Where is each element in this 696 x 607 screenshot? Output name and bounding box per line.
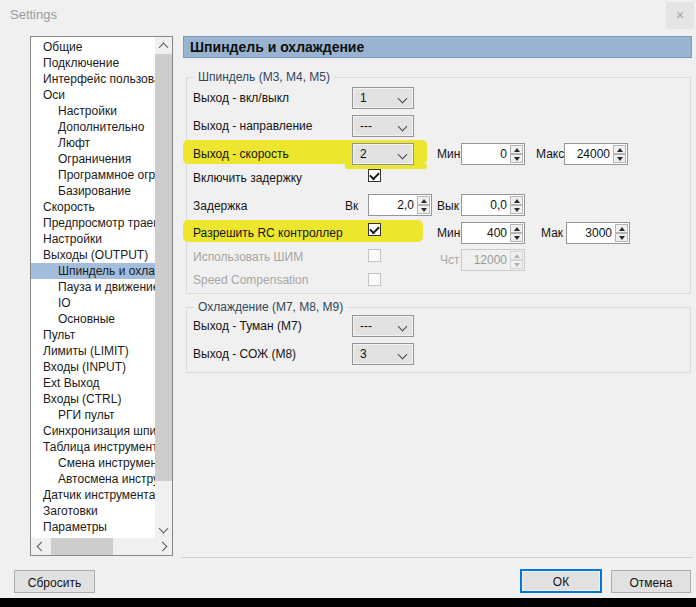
spin-down-button[interactable] bbox=[417, 205, 430, 214]
sidebar-item[interactable]: Дополнительно bbox=[31, 119, 155, 135]
sidebar-item[interactable]: Настройки bbox=[31, 231, 155, 247]
delay-off-spinner[interactable]: 0,0 bbox=[461, 194, 525, 216]
spin-down-button[interactable] bbox=[613, 154, 626, 163]
pwm-label: Использовать ШИМ bbox=[193, 250, 303, 264]
sidebar-item[interactable]: Синхронизация шпинде bbox=[31, 423, 155, 439]
sidebar-item[interactable]: Интерфейс пользовате bbox=[31, 71, 155, 87]
chevron-up-icon bbox=[159, 43, 169, 53]
mist-output-select[interactable]: --- bbox=[352, 315, 414, 337]
output-speed-select[interactable]: 2 bbox=[352, 143, 414, 165]
flood-output-value: 3 bbox=[360, 347, 367, 361]
spin-down-button[interactable] bbox=[510, 205, 523, 214]
chevron-down-icon bbox=[398, 350, 408, 360]
chevron-down-icon bbox=[398, 94, 408, 104]
reset-button[interactable]: Сбросить bbox=[14, 570, 95, 593]
sidebar-item[interactable]: Общие bbox=[31, 39, 155, 55]
rc-min-value: 400 bbox=[487, 226, 507, 240]
sidebar-item[interactable]: Смена инструмента bbox=[31, 455, 155, 471]
pwm-checkbox bbox=[368, 249, 381, 262]
cooling-group bbox=[186, 307, 691, 373]
spin-down-button[interactable] bbox=[510, 154, 523, 163]
sidebar-item[interactable]: Настройки bbox=[31, 103, 155, 119]
settings-window: Settings ✕ ОбщиеПодключениеИнтерфейс пол… bbox=[0, 0, 696, 598]
spin-up-button[interactable] bbox=[417, 196, 430, 205]
sidebar-item[interactable]: IO bbox=[31, 295, 155, 311]
enable-delay-checkbox[interactable] bbox=[368, 169, 381, 182]
sidebar-item[interactable]: Основные bbox=[31, 311, 155, 327]
vertical-scroll-thumb[interactable] bbox=[155, 54, 172, 481]
rc-min-spinner[interactable]: 400 bbox=[461, 222, 525, 244]
spin-up-button[interactable] bbox=[615, 224, 628, 233]
footer-separator bbox=[181, 557, 693, 558]
tree-vertical-scrollbar[interactable] bbox=[155, 37, 172, 538]
sidebar-item[interactable]: РГИ пульт bbox=[31, 407, 155, 423]
sidebar-item[interactable]: Предпросмотр траекто bbox=[31, 215, 155, 231]
close-button[interactable]: ✕ bbox=[666, 2, 694, 29]
speed-max-spinner[interactable]: 24000 bbox=[564, 143, 628, 165]
sidebar-item[interactable]: Оси bbox=[31, 87, 155, 103]
sidebar-item[interactable]: Подключение bbox=[31, 55, 155, 71]
sidebar-item[interactable]: Программное огра bbox=[31, 167, 155, 183]
sidebar-item[interactable]: Скорость bbox=[31, 199, 155, 215]
sidebar-item[interactable]: Пауза и движение bbox=[31, 279, 155, 295]
chevron-down-icon bbox=[398, 150, 408, 160]
speed-min-value: 0 bbox=[500, 147, 507, 161]
rc-max-label: Мак bbox=[541, 226, 563, 240]
sidebar-item[interactable]: Параметры bbox=[31, 519, 155, 535]
spin-up-button[interactable] bbox=[510, 224, 523, 233]
horizontal-scroll-thumb[interactable] bbox=[51, 538, 113, 555]
sidebar-item[interactable]: Базирование bbox=[31, 183, 155, 199]
output-direction-select[interactable]: --- bbox=[352, 115, 414, 137]
window-title: Settings bbox=[10, 7, 57, 22]
chevron-down-icon bbox=[159, 524, 169, 534]
sidebar-item[interactable]: Пульт bbox=[31, 327, 155, 343]
output-onoff-select[interactable]: 1 bbox=[352, 87, 414, 109]
delay-on-spinner[interactable]: 2,0 bbox=[368, 194, 432, 216]
speed-compensation-label: Speed Compensation bbox=[193, 273, 308, 287]
ok-button[interactable]: ОК bbox=[520, 569, 602, 593]
pwm-freq-spinner: 12000 bbox=[461, 249, 525, 271]
rc-controller-checkbox[interactable] bbox=[368, 223, 381, 236]
close-icon: ✕ bbox=[675, 9, 684, 21]
output-speed-value: 2 bbox=[360, 147, 367, 161]
output-onoff-label: Выход - вкл/выкл bbox=[193, 91, 289, 105]
sidebar-item[interactable]: Шпиндель и охлажд bbox=[31, 263, 155, 279]
spin-down-button[interactable] bbox=[510, 233, 523, 242]
sidebar-item[interactable]: Датчик инструмента bbox=[31, 487, 155, 503]
chevron-down-icon bbox=[398, 322, 408, 332]
scroll-left-button[interactable] bbox=[31, 538, 48, 555]
output-direction-value: --- bbox=[360, 119, 372, 133]
enable-delay-label: Включить задержку bbox=[193, 171, 302, 185]
spin-up-button[interactable] bbox=[613, 145, 626, 154]
delay-off-value: 0,0 bbox=[490, 198, 507, 212]
scroll-right-button[interactable] bbox=[155, 538, 172, 555]
sidebar-item[interactable]: Лимиты (LIMIT) bbox=[31, 343, 155, 359]
delay-off-label: Вык bbox=[437, 199, 459, 213]
sidebar-item[interactable]: Входы (CTRL) bbox=[31, 391, 155, 407]
spin-down-button[interactable] bbox=[615, 233, 628, 242]
sidebar-item[interactable]: Выходы (OUTPUT) bbox=[31, 247, 155, 263]
flood-output-select[interactable]: 3 bbox=[352, 343, 414, 365]
mist-output-label: Выход - Туман (M7) bbox=[193, 319, 302, 333]
output-speed-label: Выход - скорость bbox=[193, 147, 289, 161]
page-title: Шпиндель и охлаждение bbox=[183, 36, 692, 58]
speed-min-spinner[interactable]: 0 bbox=[461, 143, 525, 165]
spin-up-button[interactable] bbox=[510, 196, 523, 205]
title-bar: Settings ✕ bbox=[0, 0, 696, 31]
sidebar-item[interactable]: Ограничения bbox=[31, 151, 155, 167]
sidebar-item[interactable]: Таблица инструментов bbox=[31, 439, 155, 455]
delay-on-label: Вк bbox=[345, 199, 358, 213]
scroll-up-button[interactable] bbox=[155, 37, 172, 54]
sidebar-item[interactable]: Ext Выход bbox=[31, 375, 155, 391]
sidebar-item[interactable]: Заготовки bbox=[31, 503, 155, 519]
spin-up-button[interactable] bbox=[510, 145, 523, 154]
speed-min-label: Мин bbox=[437, 147, 460, 161]
rc-max-spinner[interactable]: 3000 bbox=[566, 222, 630, 244]
sidebar-item[interactable]: Входы (INPUT) bbox=[31, 359, 155, 375]
sidebar-item[interactable]: Автосмена инструм bbox=[31, 471, 155, 487]
output-direction-label: Выход - направление bbox=[193, 119, 313, 133]
tree-horizontal-scrollbar[interactable] bbox=[31, 538, 172, 555]
sidebar-item[interactable]: Люфт bbox=[31, 135, 155, 151]
cancel-button[interactable]: Отмена bbox=[611, 570, 691, 593]
scroll-down-button[interactable] bbox=[155, 521, 172, 538]
